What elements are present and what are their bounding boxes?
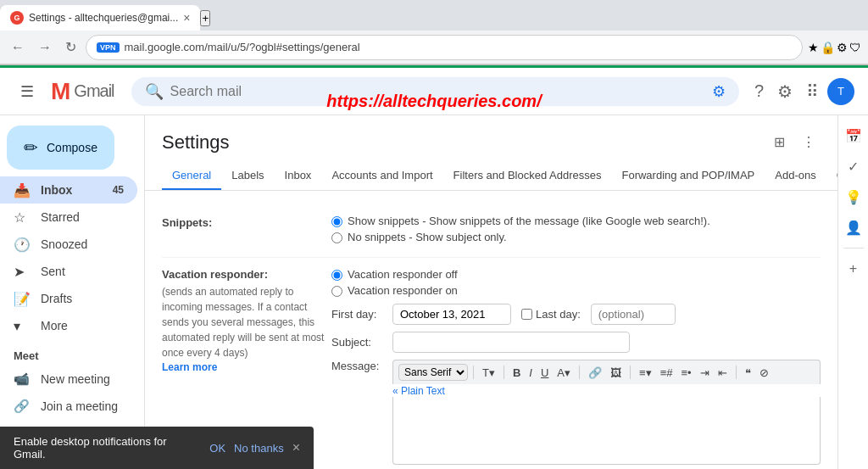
vacation-on-option[interactable]: Vacation responder on [331,284,821,297]
settings-tabs: General Labels Inbox Accounts and Import… [145,162,837,191]
sidebar-item-more[interactable]: ▾ More [0,312,137,339]
subject-label: Subject: [331,336,382,349]
header-right-icons: ? ⚙ ⠿ T [749,76,854,107]
quote-button[interactable]: ❝ [742,365,754,381]
image-button[interactable]: 🖼 [607,365,625,381]
right-sidebar-calendar[interactable]: 📅 [840,122,867,149]
first-day-label: First day: [331,308,382,321]
vacation-off-option[interactable]: Vacation responder off [331,268,821,281]
search-input[interactable] [170,84,705,99]
message-textarea[interactable] [392,397,821,465]
last-day-checkbox-label[interactable]: Last day: [521,308,581,321]
new-meeting-icon: 📹 [14,371,31,387]
gmail-header: ☰ M Gmail 🔍 ⚙ ? ⚙ ⠿ T [0,68,868,115]
notification-close-button[interactable]: × [292,440,300,455]
settings-view-button[interactable]: ⊞ [769,129,790,155]
show-snippets-option[interactable]: Show snippets - Show snippets of the mes… [331,215,821,227]
back-button[interactable]: ← [7,38,29,57]
last-day-checkbox[interactable] [521,309,532,320]
search-bar[interactable]: 🔍 ⚙ [131,77,739,106]
toolbar-sep-3 [579,366,580,379]
vacation-off-radio[interactable] [331,270,342,281]
right-sidebar: 📅 ✓ 💡 👤 + [837,115,868,469]
show-snippets-label: Show snippets - Show snippets of the mes… [348,215,710,227]
tab-forwarding[interactable]: Forwarding and POP/IMAP [611,162,765,190]
vacation-on-label: Vacation responder on [348,284,458,297]
search-filter-icon[interactable]: ⚙ [712,82,726,101]
learn-more-link[interactable]: Learn more [162,361,217,373]
snippets-label: Snippets: [162,215,331,247]
underline-button[interactable]: U [537,365,552,381]
last-day-label: Last day: [536,308,581,321]
tab-filters[interactable]: Filters and Blocked Addresses [443,162,612,190]
tab-chat[interactable]: Chat and Meet [826,162,837,190]
compose-button[interactable]: ✏ Compose [7,126,114,170]
sidebar-item-sent[interactable]: ➤ Sent [0,258,137,285]
right-sidebar-tasks[interactable]: ✓ [840,153,867,180]
first-day-input[interactable] [392,304,511,325]
last-day-input[interactable] [591,304,676,325]
starred-icon: ☆ [14,209,31,226]
font-select[interactable]: Sans Serif [398,364,468,381]
italic-button[interactable]: I [526,365,536,381]
sidebar-item-label-drafts: Drafts [41,292,72,305]
sidebar-item-join-meeting[interactable]: 🔗 Join a meeting [0,393,137,420]
sidebar-item-new-meeting[interactable]: 📹 New meeting [0,366,137,393]
tab-addons[interactable]: Add-ons [765,162,826,190]
notification-no-thanks-button[interactable]: No thanks [234,442,284,455]
subject-input[interactable] [392,332,630,353]
show-snippets-radio[interactable] [331,216,342,227]
link-button[interactable]: 🔗 [585,365,605,381]
indent-button[interactable]: ⇥ [697,365,713,381]
text-size-button[interactable]: T▾ [479,365,498,381]
reload-button[interactable]: ↻ [61,37,81,57]
notification-ok-button[interactable]: OK [209,442,225,455]
align-button[interactable]: ≡▾ [636,365,655,381]
gmail-main: ✏ Compose 📥 Inbox 45 ☆ Starred 🕐 Snoozed… [0,115,868,469]
snippets-row: Snippets: Show snippets - Show snippets … [162,204,821,258]
address-bar[interactable]: VPN mail.google.com/mail/u/5/?ogbl#setti… [86,35,803,60]
tab-inbox[interactable]: Inbox [275,162,322,190]
browser-tabs: G Settings - alltechqueries@gmai... × + [0,0,868,31]
no-snippets-radio[interactable] [331,232,342,243]
ext-icon-3: ⚙ [837,41,848,54]
text-color-button[interactable]: A▾ [554,365,574,381]
ext-icon-2: 🔒 [821,41,835,54]
plain-text-link[interactable]: « Plain Text [392,385,445,397]
new-tab-button[interactable]: + [200,10,210,26]
apps-button[interactable]: ⠿ [801,76,824,107]
notification-bar: Enable desktop notifications for Gmail. … [0,427,314,469]
sidebar-item-inbox[interactable]: 📥 Inbox 45 [0,176,137,204]
right-sidebar-add[interactable]: + [840,255,867,282]
message-label: Message: [331,360,382,372]
tab-favicon: G [10,11,24,25]
active-tab[interactable]: G Settings - alltechqueries@gmai... × [0,5,200,31]
bullet-list-button[interactable]: ≡• [677,365,694,381]
browser-chrome: G Settings - alltechqueries@gmai... × + … [0,0,868,65]
outdent-button[interactable]: ⇤ [715,365,731,381]
numbered-list-button[interactable]: ≡# [657,365,676,381]
right-sidebar-keep[interactable]: 💡 [840,183,867,210]
join-meeting-icon: 🔗 [14,399,31,414]
hamburger-button[interactable]: ☰ [14,75,41,108]
settings-button[interactable]: ⚙ [772,76,798,107]
help-button[interactable]: ? [749,76,769,106]
tab-labels[interactable]: Labels [221,162,274,190]
sidebar-item-label-inbox: Inbox [41,183,72,197]
vacation-on-radio[interactable] [331,286,342,297]
right-sidebar-contacts[interactable]: 👤 [840,214,867,241]
sidebar-item-label-more: More [41,319,68,332]
forward-button[interactable]: → [34,38,56,57]
settings-header: Settings ⊞ ⋮ [145,115,837,162]
sidebar-item-snoozed[interactable]: 🕐 Snoozed [0,231,137,258]
bold-button[interactable]: B [509,365,524,381]
avatar-button[interactable]: T [827,78,854,105]
sidebar-item-starred[interactable]: ☆ Starred [0,204,137,231]
tab-accounts[interactable]: Accounts and Import [321,162,442,190]
tab-general[interactable]: General [162,162,221,190]
no-snippets-option[interactable]: No snippets - Show subject only. [331,231,821,243]
sidebar-item-drafts[interactable]: 📝 Drafts [0,285,137,312]
remove-format-button[interactable]: ⊘ [756,365,772,381]
settings-more-button[interactable]: ⋮ [797,129,821,155]
tab-close-button[interactable]: × [183,11,190,25]
